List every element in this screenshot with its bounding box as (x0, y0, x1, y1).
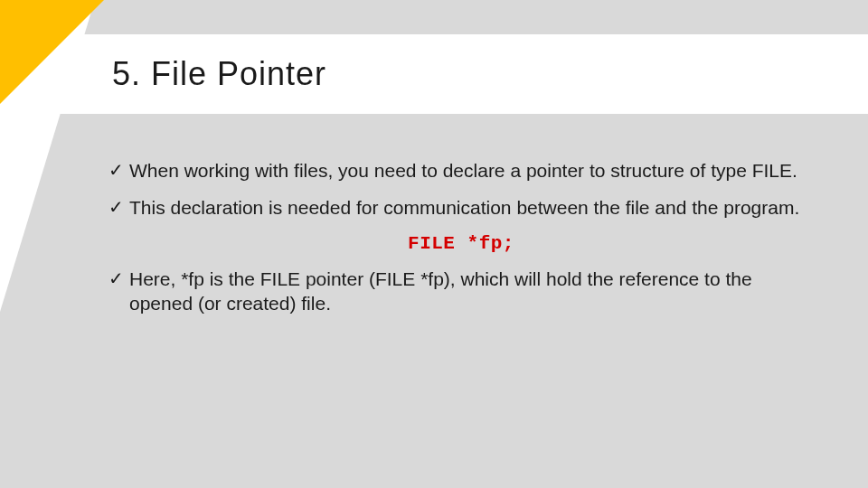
title-band: 5. File Pointer (0, 34, 868, 114)
decoration-corner-yellow (0, 0, 104, 104)
bullet-text: Here, *fp is the FILE pointer (FILE *fp)… (129, 267, 814, 316)
bullet-item: ✓ Here, *fp is the FILE pointer (FILE *f… (108, 267, 814, 316)
bullet-item: ✓ When working with files, you need to d… (108, 158, 814, 183)
check-icon: ✓ (108, 195, 124, 220)
slide-title: 5. File Pointer (112, 55, 326, 93)
check-icon: ✓ (108, 267, 124, 291)
bullet-item: ✓ This declaration is needed for communi… (108, 195, 814, 220)
code-snippet: FILE *fp; (108, 233, 814, 254)
bullet-text: This declaration is needed for communica… (129, 195, 799, 220)
slide-content: ✓ When working with files, you need to d… (108, 158, 814, 328)
bullet-text: When working with files, you need to dec… (129, 158, 797, 183)
check-icon: ✓ (108, 158, 124, 183)
